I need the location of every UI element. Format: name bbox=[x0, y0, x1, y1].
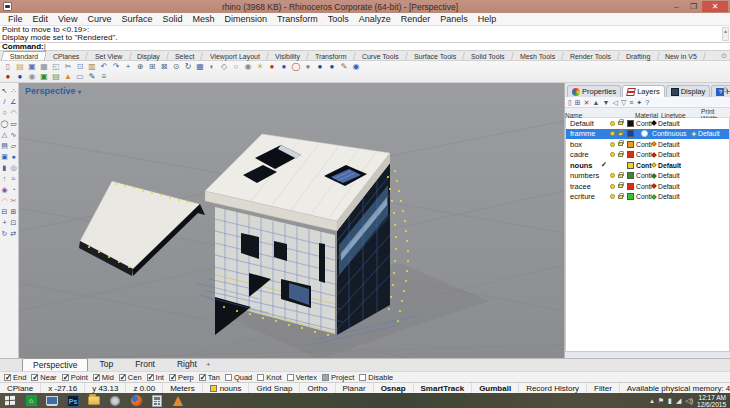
point-icon[interactable]: ∴ bbox=[9, 85, 18, 96]
toolbar-options-icon[interactable]: ⊙ bbox=[721, 52, 727, 60]
building-object[interactable] bbox=[205, 134, 390, 335]
layer-visibility-icon[interactable] bbox=[610, 142, 615, 147]
select-icon[interactable]: ↖ bbox=[0, 85, 9, 96]
menu-item[interactable]: Dimension bbox=[219, 14, 272, 24]
firefox-icon[interactable] bbox=[130, 395, 142, 407]
layer-row[interactable]: nouns ✓ Continuou... Default bbox=[566, 160, 729, 171]
toolbar-tab[interactable]: New in V5 bbox=[657, 52, 706, 60]
layer-print-width[interactable]: Default bbox=[652, 120, 692, 127]
battery-icon[interactable]: ▮ bbox=[668, 397, 672, 405]
current-layer-pane[interactable]: nouns bbox=[203, 383, 250, 393]
osnap-option[interactable]: Quad bbox=[225, 373, 252, 382]
layer-visibility-icon[interactable] bbox=[610, 152, 615, 157]
osnap-option[interactable]: End bbox=[4, 373, 26, 382]
action-center-icon[interactable]: ⚑ bbox=[658, 397, 664, 405]
layer-lock-icon[interactable] bbox=[618, 153, 623, 157]
layer-print-width[interactable]: Default bbox=[652, 141, 692, 148]
loft-icon[interactable]: ≈ bbox=[9, 173, 18, 184]
layer-print-width[interactable]: Default bbox=[652, 172, 692, 179]
undo-icon[interactable]: ↶ bbox=[98, 62, 110, 72]
sphere-red-icon[interactable]: ● bbox=[266, 62, 278, 72]
layer-color-swatch[interactable] bbox=[627, 130, 634, 137]
menu-item[interactable]: Panels bbox=[435, 14, 473, 24]
layer-print-width[interactable]: Default bbox=[692, 130, 730, 137]
osnap-option[interactable]: Knot bbox=[257, 373, 281, 382]
osnap-checkbox[interactable] bbox=[257, 374, 264, 381]
open-file-icon[interactable]: ▤ bbox=[14, 62, 26, 72]
toolbar-tab[interactable]: Set View bbox=[87, 52, 131, 60]
desktop-icon[interactable] bbox=[46, 395, 58, 407]
menu-item[interactable]: File bbox=[3, 14, 28, 24]
layer-row[interactable]: Default Continuous Default bbox=[566, 118, 729, 129]
panel-gear-icon[interactable]: ⊙ bbox=[722, 86, 728, 94]
layer-row[interactable]: box Continuous Default bbox=[566, 139, 729, 150]
list-icon[interactable]: ≡ bbox=[629, 98, 633, 107]
toolbar-tab[interactable]: Mesh Tools bbox=[512, 52, 564, 60]
osnap-option[interactable]: Int bbox=[147, 373, 164, 382]
osnap-checkbox[interactable] bbox=[322, 374, 329, 381]
osnap-option[interactable]: Project bbox=[322, 373, 354, 382]
layer-linetype[interactable]: Continuous bbox=[636, 141, 652, 148]
close-button[interactable]: ✕ bbox=[702, 1, 728, 12]
move-down-icon[interactable]: ▼ bbox=[603, 98, 610, 107]
layer-material-icon[interactable] bbox=[641, 130, 648, 137]
print-icon[interactable]: ▦ bbox=[38, 62, 50, 72]
osnap-checkbox[interactable] bbox=[31, 374, 38, 381]
layer-color-swatch[interactable] bbox=[627, 183, 634, 190]
layer-tools-icon[interactable]: ✦ bbox=[636, 98, 642, 107]
pipe-icon[interactable]: ◎ bbox=[9, 162, 18, 173]
start-button[interactable] bbox=[4, 395, 16, 407]
notes-icon[interactable]: ≡ bbox=[98, 72, 110, 82]
sphere-blue-icon[interactable]: ● bbox=[278, 62, 290, 72]
move-icon[interactable]: + bbox=[0, 217, 9, 228]
osnap-checkbox[interactable] bbox=[4, 374, 11, 381]
toolbar-tab[interactable]: Curve Tools bbox=[354, 52, 408, 60]
paste-icon[interactable]: ▥ bbox=[86, 62, 98, 72]
osnap-option[interactable]: Cen bbox=[119, 373, 142, 382]
layer-linetype[interactable]: Continuous bbox=[636, 120, 652, 127]
layer-print-width[interactable]: Default bbox=[652, 193, 692, 200]
layer-print-width[interactable]: Default bbox=[652, 183, 692, 190]
circle-icon[interactable]: ○ bbox=[0, 107, 9, 118]
sphere-darkblue-icon[interactable]: ● bbox=[314, 62, 326, 72]
layer-row[interactable]: cadre Continuous Default bbox=[566, 150, 729, 161]
layer-color-swatch[interactable] bbox=[627, 120, 634, 127]
status-toggle[interactable]: Osnap bbox=[374, 383, 414, 393]
file-explorer-icon[interactable] bbox=[88, 395, 100, 407]
tray-expand-icon[interactable]: ▴ bbox=[650, 397, 654, 405]
osnap-checkbox[interactable] bbox=[287, 374, 294, 381]
layer-visibility-icon[interactable] bbox=[610, 173, 615, 178]
sphere-icon[interactable]: ● bbox=[9, 151, 18, 162]
menu-item[interactable]: Surface bbox=[116, 14, 157, 24]
osnap-checkbox[interactable] bbox=[147, 374, 154, 381]
toolbar-tab[interactable]: Standard bbox=[1, 51, 48, 60]
extrude-icon[interactable]: ↑ bbox=[0, 173, 9, 184]
curve-icon[interactable]: ∿ bbox=[9, 129, 18, 140]
toolbar-tab[interactable]: Viewport Layout bbox=[202, 52, 269, 60]
menu-item[interactable]: Curve bbox=[82, 14, 116, 24]
copy-screen-icon[interactable]: ◱ bbox=[50, 62, 62, 72]
layer-row[interactable]: numbers Continuous Default bbox=[566, 171, 729, 182]
status-toggle[interactable]: Planar bbox=[336, 383, 374, 393]
layer-linetype[interactable]: Continuous bbox=[636, 193, 652, 200]
shaded-view-icon[interactable]: ◐ bbox=[206, 62, 218, 72]
texture-board-icon[interactable]: ▤ bbox=[50, 72, 62, 82]
new-file-icon[interactable]: ▯ bbox=[2, 62, 14, 72]
taskbar-clock[interactable]: 12:17 AM 12/6/2015 bbox=[697, 394, 726, 408]
paint-brush-icon[interactable]: ✎ bbox=[338, 62, 350, 72]
render-blue-icon[interactable]: ● bbox=[14, 72, 26, 82]
hide-objects-icon[interactable]: ○ bbox=[230, 62, 242, 72]
ring-red-icon[interactable]: ◯ bbox=[290, 62, 302, 72]
collapse-icon[interactable]: ◁ bbox=[612, 98, 617, 107]
arc-icon[interactable]: ◠ bbox=[9, 107, 18, 118]
units-pane[interactable]: Meters bbox=[163, 383, 202, 393]
split-icon[interactable]: ⊟ bbox=[0, 206, 9, 217]
wireframe-view-icon[interactable]: ◇ bbox=[218, 62, 230, 72]
osnap-checkbox[interactable] bbox=[93, 374, 100, 381]
polygon-icon[interactable]: △ bbox=[0, 129, 9, 140]
toolbar-tab[interactable]: Display bbox=[129, 52, 169, 60]
osnap-option[interactable]: Disable bbox=[359, 373, 393, 382]
render-gray-icon[interactable]: ◉ bbox=[26, 72, 38, 82]
layer-color-swatch[interactable] bbox=[627, 162, 634, 169]
layer-linetype[interactable]: Continuous bbox=[652, 130, 692, 137]
